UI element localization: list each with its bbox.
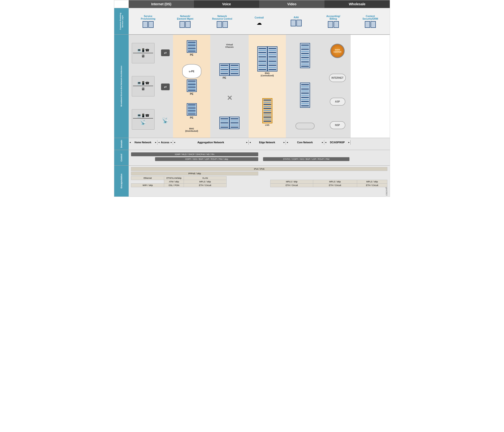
core-rack-2 — [300, 82, 310, 108]
u-pe-cloud: u-PE — [182, 64, 201, 79]
agg-rack-1 — [187, 40, 197, 53]
vc-rack-4 — [229, 117, 240, 129]
core-group-2 — [300, 82, 310, 108]
vc-rack-3 — [219, 117, 229, 129]
domain-segments: ◄ Home Network ► ◄ Access ► ◄ Aggreg — [129, 140, 390, 145]
encap-dsl-pon: DSL / PON — [164, 184, 184, 187]
encap-mpls-core: MPLS / skip — [313, 180, 357, 184]
cesl-label: Common EnablingService Layer — [114, 8, 129, 34]
core-rack-1 — [300, 43, 310, 68]
asp-cloud: ASP — [330, 98, 345, 106]
encap-row-2: ATM / skip MPLS / skip MPLS / skip MPLS … — [131, 180, 387, 184]
aggregation-col: PE u-PE PE — [173, 35, 210, 138]
control-label: Control — [114, 150, 129, 165]
header-voice: Voice — [194, 0, 259, 8]
encap-row-3: WIFI / skip DSL / PON ETH / Circuit ETH … — [131, 184, 387, 187]
encapsulation-row: Encapsulation IPv4 / IPv6 PPPoE / skip E… — [114, 165, 390, 197]
pe-label-3: PE — [190, 116, 193, 119]
edge-col: BNG (Centralized) LNS — [249, 35, 286, 138]
agg-pe-top: PE — [187, 40, 197, 57]
encapsulation-content: IPv4 / IPv6 PPPoE / skip Ethernet ETH/VL… — [129, 166, 390, 197]
encap-row-1: Ethernet ETH/VLAN/skip VLAN — [131, 176, 387, 180]
top-header: Internet (DS) Voice Video Wholesale — [129, 0, 390, 8]
access-dish: 📡 — [162, 117, 169, 124]
encap-wifi: WIFI / skip — [131, 184, 164, 187]
vc-pe-col: Virtual Chassis PE — [210, 35, 249, 138]
lns-rack — [262, 98, 272, 123]
access-switch-2: ⇄ — [161, 83, 170, 91]
header-internet: Internet (DS) — [129, 0, 194, 8]
lns-label: LNS — [265, 124, 270, 126]
domain-edge: ◄ Edge Network ► — [249, 140, 286, 145]
agg-rack-2 — [187, 80, 197, 92]
cesl-content-security: Content Security/DRM — [352, 15, 389, 28]
edge-bng-rack-1 — [257, 46, 267, 72]
encap-eth-circuit-edge: ETH / Circuit — [270, 184, 313, 187]
cesl-content: Service Provisioning Network/ Element Mg… — [129, 8, 390, 34]
cesl-sp-label: Service Provisioning — [130, 15, 167, 20]
access-col: ⇄ ⇄ 📡 — [157, 35, 173, 138]
cesl-aaa-label: AAA — [278, 16, 315, 19]
cesl-network-element-mgmt: Network/ Element Mgmt — [167, 15, 204, 28]
lns-group: LNS — [262, 98, 272, 126]
encap-vlan: VLAN — [184, 176, 226, 180]
cesl-row: Common EnablingService Layer Service Pro… — [114, 8, 390, 34]
broadband-label: Broadband End-to-End Network Architectur… — [114, 35, 129, 138]
domain-content: ◄ Home Network ► ◄ Access ► ◄ Aggreg — [129, 138, 390, 150]
cesl-nem-label: Network/ Element Mgmt — [167, 15, 204, 20]
encap-atm: ATM / skip — [164, 180, 184, 184]
u-pe-group: u-PE PE — [182, 64, 201, 96]
encap-mpls-agg: MPLS / skip — [184, 180, 226, 184]
core-cloud — [296, 123, 315, 129]
agg-rack-3 — [187, 103, 197, 116]
domain-dc: ◄ DC/ASP/NSP ► — [324, 140, 351, 145]
vc-rack-2 — [229, 63, 240, 76]
header-wholesale: Wholesale — [324, 0, 390, 8]
home-network-col: 💻 📱 ☎ 🖥 💻 📱 ☎ 🖥 — [129, 35, 157, 138]
cesl-nrc-label: Network Resource Control — [204, 15, 241, 20]
control-bar-3: STATIC / OSPF / ISIS / BGP / LDP / RSVP … — [263, 157, 350, 161]
home-device-1: 💻 📱 ☎ 🖥 — [132, 43, 154, 63]
figure-number: g042863 — [386, 187, 388, 196]
domain-access: ◄ Access ► — [157, 140, 173, 145]
core-col — [286, 35, 324, 138]
cesl-network-resource-control: Network Resource Control — [204, 15, 241, 28]
encap-mpls-dc: MPLS / skip — [357, 180, 387, 184]
control-content: IGMP / MLD / DHCP / DHCPv6 / ND / RA OSP… — [129, 150, 390, 165]
control-bar-2: OSPF / ISIS / BGP / LDP / RSVP / PIM / s… — [155, 157, 258, 161]
pppoe-bar: PPPoE / skip — [131, 171, 258, 175]
pe-label-2: PE — [190, 92, 193, 95]
internet-cloud: INTERNET — [329, 74, 346, 82]
encap-ethernet: Ethernet — [131, 176, 164, 180]
encap-eth-circuit-core: ETH / Circuit — [313, 184, 357, 187]
bng-distributed-label: BNG (Distributed) — [185, 127, 198, 132]
encap-eth-vlan: ETH/VLAN/skip — [164, 176, 184, 180]
cesl-cs-label: Content Security/DRM — [352, 15, 389, 20]
control-bar-1: IGMP / MLD / DHCP / DHCPv6 / ND / RA — [131, 153, 258, 156]
domain-aggregation: ◄ Aggregation Network ► — [173, 140, 249, 145]
vc-label-box: Virtual Chassis — [225, 44, 234, 48]
home-device-3: 💻 📱 ☎ 📡 — [132, 109, 154, 130]
data-center-icon: DATA CENTER — [330, 44, 345, 58]
encap-eth-circuit-agg: ETH / Circuit — [184, 184, 226, 187]
cesl-service-provisioning: Service Provisioning — [130, 15, 167, 28]
control-row: Control IGMP / MLD / DHCP / DHCPv6 / ND … — [114, 150, 390, 165]
cesl-contrail: Contrail ☁ — [241, 16, 278, 26]
vc-label: Virtual Chassis — [225, 44, 234, 48]
access-switch-1: ⇄ — [161, 49, 170, 57]
broadband-row: Broadband End-to-End Network Architectur… — [114, 34, 390, 138]
vc-servers-2 — [219, 117, 240, 129]
dc-col: DATA CENTER INTERNET ASP NSP — [324, 35, 351, 138]
domain-core: ◄ Core Network ► — [286, 140, 324, 145]
edge-bng-group: BNG (Centralized) — [257, 46, 278, 77]
encap-eth-circuit-dc: ETH / Circuit — [357, 184, 387, 187]
encap-table: Ethernet ETH/VLAN/skip VLAN ATM / skip M… — [131, 176, 387, 187]
encapsulation-label: Encapsulation — [114, 166, 129, 197]
vc-servers: PE — [219, 63, 240, 80]
domain-row: Domain ◄ Home Network ► ◄ Access ► — [114, 138, 390, 150]
vc-rack-1 — [219, 63, 229, 76]
ipv4-ipv6-bar: IPv4 / IPv6 — [131, 167, 387, 171]
home-device-2: 💻 📱 ☎ 🖥 — [132, 76, 154, 97]
cesl-aaa: AAA — [278, 16, 315, 27]
pe-label-1: PE — [190, 53, 193, 56]
